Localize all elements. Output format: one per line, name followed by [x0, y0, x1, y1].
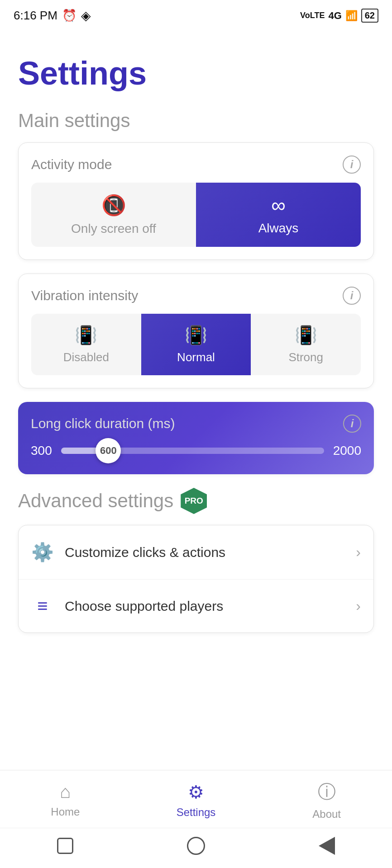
vibration-toggle: 📳 Disabled 📳 Normal 📳 Strong [31, 314, 361, 375]
main-content: Settings Main settings Activity mode i 📵… [0, 28, 392, 705]
screen-off-icon: 📵 [101, 193, 126, 217]
system-nav [0, 828, 392, 868]
customize-clicks-item[interactable]: ⚙️ Customize clicks & actions › [19, 525, 373, 580]
sys-square-icon [57, 838, 73, 854]
vibration-strong-label: Strong [288, 350, 323, 364]
alarm-icon: ⏰ [62, 9, 76, 23]
vibration-info-button[interactable]: i [343, 287, 361, 305]
activity-mode-label: Activity mode [31, 157, 112, 172]
long-click-info-button[interactable]: i [343, 415, 361, 433]
sys-circle-icon [187, 837, 205, 855]
vibration-normal-label: Normal [177, 350, 215, 364]
activity-mode-info-button[interactable]: i [343, 156, 361, 174]
nav-about[interactable]: ⓘ About [300, 779, 354, 821]
slider-track[interactable]: 600 [61, 448, 324, 454]
sys-back-button[interactable] [316, 835, 338, 857]
about-label: About [312, 808, 341, 821]
long-click-label: Long click duration (ms) [31, 416, 175, 431]
main-settings-title: Main settings [18, 110, 374, 132]
vibration-disabled-icon: 📳 [75, 325, 97, 346]
customize-clicks-label: Customize clicks & actions [65, 545, 345, 560]
activity-mode-screen-off[interactable]: 📵 Only screen off [31, 183, 196, 247]
battery-indicator: 62 [361, 9, 378, 23]
choose-players-label: Choose supported players [65, 599, 345, 614]
advanced-settings-title: Advanced settings [18, 490, 173, 512]
activity-mode-header: Activity mode i [31, 156, 361, 174]
status-bar: 6:16 PM ⏰ ◈ VoLTE 4G 📶 62 [0, 0, 392, 28]
slider-wrapper: 300 600 2000 [31, 443, 361, 458]
choose-players-icon: ≡ [31, 596, 54, 616]
long-click-duration-card: Long click duration (ms) i 300 600 2000 [18, 402, 374, 474]
slider-max-value: 2000 [333, 443, 361, 458]
slider-thumb[interactable]: 600 [96, 438, 121, 463]
sys-square-button[interactable] [54, 835, 76, 857]
pro-badge: PRO [181, 488, 207, 514]
time-display: 6:16 PM [14, 9, 57, 23]
activity-mode-card: Activity mode i 📵 Only screen off ∞ Alwa… [18, 142, 374, 260]
vibration-intensity-header: Vibration intensity i [31, 287, 361, 305]
status-left: 6:16 PM ⏰ ◈ [14, 8, 91, 23]
always-icon: ∞ [271, 194, 285, 217]
settings-nav-icon: ⚙ [188, 782, 204, 802]
app-icon: ◈ [81, 8, 91, 23]
activity-mode-always[interactable]: ∞ Always [196, 183, 361, 247]
vibration-disabled[interactable]: 📳 Disabled [31, 314, 141, 375]
sys-circle-button[interactable] [185, 835, 207, 857]
choose-players-item[interactable]: ≡ Choose supported players › [19, 580, 373, 632]
vibration-normal-icon: 📳 [185, 325, 207, 346]
nav-settings[interactable]: ⚙ Settings [169, 782, 223, 819]
bottom-nav-area: ⌂ Home ⚙ Settings ⓘ About [0, 770, 392, 868]
sys-triangle-icon [319, 837, 335, 855]
customize-clicks-chevron-icon: › [356, 544, 361, 561]
vibration-normal[interactable]: 📳 Normal [141, 314, 251, 375]
choose-players-chevron-icon: › [356, 598, 361, 614]
app-nav: ⌂ Home ⚙ Settings ⓘ About [0, 770, 392, 828]
customize-clicks-icon: ⚙️ [31, 542, 54, 563]
nav-home[interactable]: ⌂ Home [38, 782, 92, 818]
advanced-settings-header: Advanced settings PRO [18, 488, 374, 514]
advanced-settings-card: ⚙️ Customize clicks & actions › ≡ Choose… [18, 525, 374, 633]
about-icon: ⓘ [318, 779, 336, 804]
settings-label: Settings [177, 806, 216, 819]
volte-icon: VoLTE [300, 11, 325, 20]
vibration-strong[interactable]: 📳 Strong [251, 314, 361, 375]
slider-min-value: 300 [31, 443, 52, 458]
vibration-intensity-label: Vibration intensity [31, 288, 138, 303]
signal-label: 4G [328, 10, 341, 22]
vibration-strong-icon: 📳 [295, 325, 317, 346]
page-title: Settings [18, 55, 374, 92]
vibration-intensity-card: Vibration intensity i 📳 Disabled 📳 Norma… [18, 274, 374, 388]
long-click-header: Long click duration (ms) i [31, 415, 361, 433]
home-icon: ⌂ [60, 782, 71, 802]
status-right: VoLTE 4G 📶 62 [300, 9, 378, 23]
always-label: Always [258, 221, 299, 236]
home-label: Home [51, 806, 80, 818]
vibration-disabled-label: Disabled [63, 350, 109, 364]
screen-off-label: Only screen off [71, 222, 156, 236]
activity-mode-toggle: 📵 Only screen off ∞ Always [31, 183, 361, 247]
signal-bars-icon: 📶 [345, 10, 358, 22]
